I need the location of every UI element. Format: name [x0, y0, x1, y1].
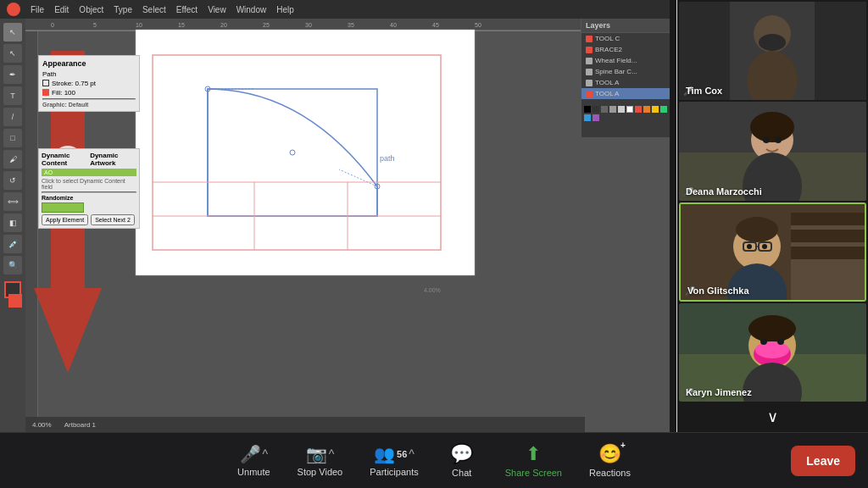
layer-color-toola1 [586, 80, 593, 86]
layer-item-spine[interactable]: Spine Bar C... [581, 66, 670, 77]
rectangle-tool[interactable]: □ [3, 129, 22, 147]
zoom-tool[interactable]: 🔍 [3, 256, 22, 274]
chat-label: Chat [452, 468, 471, 478]
svg-point-39 [763, 136, 770, 143]
chat-panel [676, 0, 677, 432]
mic-off-icon: 🎤 [240, 444, 261, 464]
video-label: Stop Video [298, 467, 343, 477]
layer-name-toolc: TOOL C [595, 35, 620, 42]
participant-name-tim: Tim Cox [686, 86, 722, 96]
participant-name-deana: Deana Marzocchi [686, 186, 762, 197]
scroll-down-area[interactable]: ∨ [679, 403, 866, 430]
participants-label: Participants [370, 467, 418, 477]
layer-name-toola2: TOOL A [595, 90, 619, 97]
app-icon [7, 3, 20, 16]
menu-help: Help [276, 5, 294, 14]
illustrator-window: File Edit Object Type Select Effect View… [0, 0, 670, 432]
participant-name-von: Von Glitschka [687, 286, 749, 296]
panel-row-stroke: Stroke: 0.75 pt [42, 80, 136, 87]
dc-randomize-label: Randomize [42, 195, 136, 201]
dc-bar [42, 202, 84, 213]
panel-style-label: Graphic: Default [42, 102, 136, 108]
participants-count: 56 [397, 449, 407, 459]
artboard-name: Artboard 1 [64, 421, 96, 429]
gradient-tool[interactable]: ◧ [3, 214, 22, 232]
participants-icon: 👥 [374, 444, 395, 464]
layer-color-spine [586, 69, 593, 75]
panel-title-appearance: Appearance [42, 59, 136, 68]
stroke-swatch [42, 80, 49, 86]
participants-arrow-icon: ^ [409, 447, 415, 461]
zoom-toolbar: 🎤 ^ Unmute 📷 ^ Stop Video 👥 56 ^ Partici… [0, 432, 868, 488]
line-tool[interactable]: / [3, 108, 22, 126]
fill-color[interactable] [8, 294, 22, 308]
illustrator-menubar: File Edit Object Type Select Effect View… [0, 0, 670, 19]
layer-item-toola1[interactable]: TOOL A [581, 77, 670, 88]
svg-text:4.00%: 4.00% [424, 287, 441, 293]
svg-rect-43 [791, 213, 866, 225]
participants-button[interactable]: 👥 56 ^ Participants [356, 441, 431, 480]
apply-element-btn[interactable]: Apply Element [42, 214, 88, 225]
reactions-icon-wrapper: 😊 + [598, 443, 621, 465]
menu-window: Window [236, 5, 267, 14]
chat-button[interactable]: 💬 Chat [432, 440, 492, 481]
video-off-icon: 📷 [306, 444, 327, 464]
reactions-label: Reactions [589, 468, 631, 478]
mute-button[interactable]: 🎤 ^ Unmute [224, 441, 284, 480]
fill-swatch [42, 89, 49, 96]
svg-point-33 [759, 34, 786, 51]
layer-name-spine: Spine Bar C... [595, 68, 637, 75]
svg-point-60 [760, 338, 767, 345]
mute-label: Unmute [237, 467, 270, 477]
svg-point-37 [750, 112, 794, 142]
video-button-content: 📷 ^ [306, 444, 335, 464]
select-next-btn[interactable]: Select Next 2 [91, 214, 135, 225]
layer-color-brace2 [586, 47, 593, 53]
chevron-down-icon: ∨ [767, 408, 778, 426]
reflect-tool[interactable]: ⟺ [3, 192, 22, 211]
dc-active: AO [42, 169, 136, 176]
layer-name-brace2: BRACE2 [595, 46, 622, 53]
video-button[interactable]: 📷 ^ Stop Video [284, 441, 357, 480]
layer-item-toolc[interactable]: TOOL C [581, 33, 670, 44]
properties-panel: Appearance Path Stroke: 0.75 pt Fill: 10… [38, 55, 140, 112]
svg-point-52 [747, 244, 752, 249]
share-screen-icon: ⬆ [526, 443, 541, 465]
layer-item-brace2[interactable]: BRACE2 [581, 44, 670, 55]
paintbrush-tool[interactable]: 🖌 [3, 150, 22, 169]
layer-color-wheat [586, 58, 593, 64]
reactions-button[interactable]: 😊 + Reactions [576, 440, 644, 481]
menu-view: View [208, 5, 226, 14]
layers-panel: Layers TOOL C BRACE2 Wheat Field... Spin… [581, 19, 670, 137]
pen-tool[interactable]: ✒ [3, 65, 22, 84]
share-screen-button[interactable]: ⬆ Share Screen [492, 440, 576, 481]
svg-point-57 [748, 315, 796, 342]
zoom-level: 4.00% [32, 421, 52, 429]
layer-item-toola2[interactable]: TOOL A [581, 88, 670, 99]
svg-point-61 [777, 338, 784, 345]
participant-name-karyn: Karyn Jimenez [686, 387, 752, 397]
menu-file: File [31, 5, 44, 14]
select-tool[interactable]: ↖ [3, 23, 22, 42]
rotate-tool[interactable]: ↺ [3, 171, 22, 190]
svg-point-50 [736, 217, 778, 242]
type-tool[interactable]: T [3, 86, 22, 105]
video-tile-tim-cox: 🎤 Tim Cox [679, 2, 866, 100]
menu-select: Select [142, 5, 166, 14]
svg-point-59 [755, 341, 789, 358]
status-bar: 4.00% Artboard 1 [25, 417, 585, 432]
video-tile-deana: 🎤 Deana Marzocchi [679, 102, 866, 200]
layer-color-toola2 [586, 91, 593, 97]
layer-name-wheat: Wheat Field... [595, 57, 637, 64]
leave-button[interactable]: Leave [791, 446, 855, 476]
panel-row-path: Path [42, 70, 136, 78]
participants-panel: 🎤 Tim Cox 🎤 Deana Marzocchi [677, 0, 868, 432]
mute-button-content: 🎤 ^ [240, 444, 269, 464]
svg-point-20 [290, 150, 295, 155]
mic-arrow-icon: ^ [263, 447, 269, 461]
eyedropper-tool[interactable]: 💉 [3, 235, 22, 253]
video-arrow-icon: ^ [329, 447, 335, 461]
direct-select-tool[interactable]: ↖ [3, 44, 22, 63]
layer-item-wheat[interactable]: Wheat Field... [581, 55, 670, 66]
layers-panel-title: Layers [581, 19, 670, 33]
